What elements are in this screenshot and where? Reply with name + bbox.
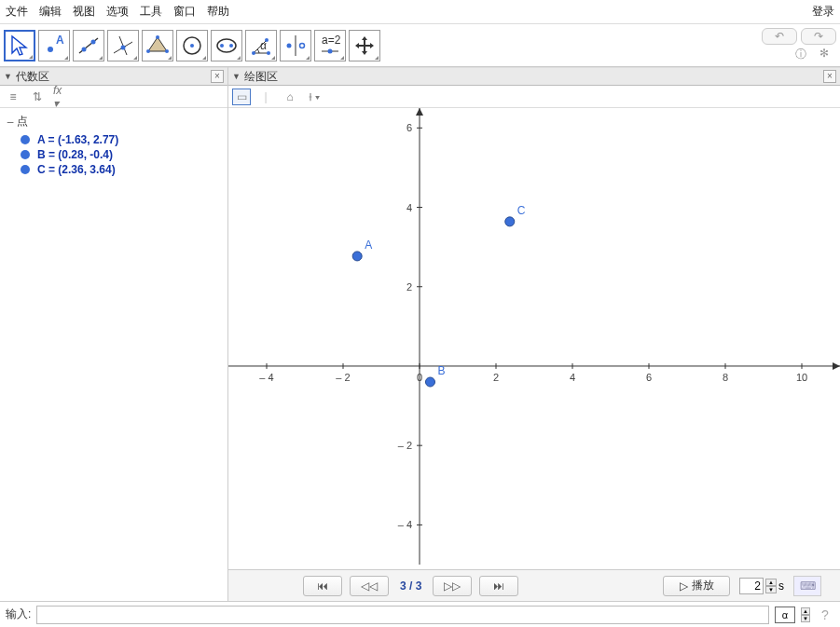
svg-text:a=2: a=2 bbox=[322, 34, 341, 47]
svg-text:A: A bbox=[56, 34, 64, 47]
menu-edit[interactable]: 编辑 bbox=[39, 4, 62, 20]
playback-speed-input[interactable] bbox=[739, 578, 764, 594]
graph-snap-icon[interactable]: ⫲ ▾ bbox=[305, 89, 324, 105]
svg-point-57 bbox=[352, 252, 362, 261]
undo-button[interactable]: ↶ bbox=[762, 28, 797, 45]
tool-slider[interactable]: a=2 bbox=[314, 30, 346, 61]
tree-item-label: A = (-1.63, 2.77) bbox=[37, 133, 118, 146]
svg-text:α: α bbox=[260, 39, 267, 52]
menu-file[interactable]: 文件 bbox=[6, 4, 28, 20]
svg-text:B: B bbox=[437, 364, 445, 377]
playback-keyboard-icon[interactable]: ⌨ bbox=[793, 576, 821, 596]
svg-text:2: 2 bbox=[406, 281, 412, 293]
svg-point-7 bbox=[121, 45, 126, 49]
svg-point-61 bbox=[505, 217, 515, 226]
collapse-icon[interactable]: ▼ bbox=[4, 72, 12, 81]
playback-counter: 3 / 3 bbox=[396, 579, 425, 593]
menu-tools[interactable]: 工具 bbox=[140, 4, 162, 20]
tool-circle[interactable] bbox=[176, 30, 208, 61]
svg-point-3 bbox=[82, 47, 87, 51]
algebra-list-icon[interactable]: ≡ bbox=[4, 89, 22, 105]
algebra-panel: ▼ 代数区 × ≡ ⇅ fx ▾ – 点 A = (-1.63, 2.77) B… bbox=[0, 67, 228, 601]
svg-text:4: 4 bbox=[406, 202, 412, 213]
svg-text:C: C bbox=[517, 204, 526, 217]
svg-text:– 2: – 2 bbox=[398, 440, 412, 451]
command-input[interactable] bbox=[36, 606, 769, 624]
algebra-fx-icon[interactable]: fx ▾ bbox=[52, 89, 71, 105]
playback-first-button[interactable]: ⏮ bbox=[303, 576, 342, 596]
toolbar-right-controls: ↶ ↷ ⓘ ✻ bbox=[762, 28, 836, 62]
playback-last-button[interactable]: ⏭ bbox=[479, 576, 518, 596]
svg-line-2 bbox=[79, 38, 98, 53]
help-icon[interactable]: ⓘ bbox=[795, 47, 806, 62]
svg-marker-29 bbox=[833, 362, 840, 370]
svg-text:8: 8 bbox=[723, 372, 728, 383]
svg-point-59 bbox=[425, 377, 434, 387]
tool-move[interactable] bbox=[4, 30, 35, 61]
algebra-sort-icon[interactable]: ⇅ bbox=[28, 89, 47, 105]
svg-point-16 bbox=[229, 44, 233, 48]
graph-home-icon[interactable]: ⌂ bbox=[281, 89, 299, 105]
settings-icon[interactable]: ✻ bbox=[819, 47, 829, 62]
menu-options[interactable]: 选项 bbox=[106, 4, 129, 20]
input-help-icon[interactable]: ? bbox=[816, 606, 834, 624]
playback-next-button[interactable]: ▷▷ bbox=[433, 576, 472, 596]
graph-panel-close[interactable]: × bbox=[823, 70, 836, 83]
svg-point-10 bbox=[165, 49, 169, 53]
algebra-panel-close[interactable]: × bbox=[211, 70, 224, 83]
menu-window[interactable]: 窗口 bbox=[173, 4, 196, 20]
graph-toolbar: ▭ | ⌂ ⫲ ▾ bbox=[228, 86, 840, 108]
redo-button[interactable]: ↷ bbox=[801, 28, 836, 45]
svg-point-26 bbox=[328, 48, 333, 53]
playback-bar: ⏮ ◁◁ 3 / 3 ▷▷ ⏭ ▷ 播放 ▲ ▼ s ⌨ bbox=[228, 569, 840, 601]
menu-help[interactable]: 帮助 bbox=[207, 4, 229, 20]
speed-down-button[interactable]: ▼ bbox=[765, 586, 777, 593]
point-bullet-icon[interactable] bbox=[21, 165, 30, 174]
graph-canvas[interactable]: – 4– 20246810– 4– 2246ABC bbox=[228, 108, 840, 569]
input-label: 输入: bbox=[6, 607, 31, 622]
input-history-up[interactable]: ▲ bbox=[801, 607, 810, 615]
tool-ellipse[interactable] bbox=[211, 30, 242, 61]
tool-line[interactable] bbox=[73, 30, 104, 61]
algebra-panel-title: 代数区 bbox=[16, 69, 211, 85]
svg-point-11 bbox=[146, 49, 150, 53]
svg-marker-8 bbox=[148, 37, 167, 51]
tree-collapse-icon[interactable]: – bbox=[6, 116, 15, 129]
login-link[interactable]: 登录 bbox=[812, 4, 834, 20]
tool-angle[interactable]: α bbox=[245, 30, 277, 61]
play-icon: ▷ bbox=[680, 579, 688, 593]
play-label: 播放 bbox=[692, 578, 714, 593]
svg-point-13 bbox=[190, 44, 194, 48]
menu-view[interactable]: 视图 bbox=[73, 4, 95, 20]
svg-text:– 4: – 4 bbox=[398, 519, 412, 530]
tree-item-label: B = (0.28, -0.4) bbox=[37, 148, 113, 161]
algebra-toolbar: ≡ ⇅ fx ▾ bbox=[0, 86, 227, 108]
algebra-panel-header: ▼ 代数区 × bbox=[0, 67, 227, 86]
svg-text:4: 4 bbox=[570, 372, 575, 383]
tool-move-view[interactable] bbox=[349, 30, 380, 61]
point-bullet-icon[interactable] bbox=[21, 135, 30, 144]
svg-point-4 bbox=[91, 39, 96, 44]
svg-point-18 bbox=[267, 51, 270, 55]
input-history-down[interactable]: ▼ bbox=[801, 615, 810, 622]
main-area: ▼ 代数区 × ≡ ⇅ fx ▾ – 点 A = (-1.63, 2.77) B… bbox=[0, 67, 840, 601]
tool-reflect[interactable] bbox=[280, 30, 311, 61]
speed-up-button[interactable]: ▲ bbox=[765, 579, 777, 586]
playback-prev-button[interactable]: ◁◁ bbox=[350, 576, 389, 596]
point-bullet-icon[interactable] bbox=[21, 150, 30, 159]
tree-item-c[interactable]: C = (2.36, 3.64) bbox=[21, 163, 222, 176]
tree-item-b[interactable]: B = (0.28, -0.4) bbox=[21, 148, 222, 161]
tool-point[interactable]: A bbox=[38, 30, 70, 61]
tree-category-points[interactable]: – 点 bbox=[6, 114, 222, 129]
graph-axes-icon[interactable]: ▭ bbox=[232, 89, 251, 105]
tree-item-a[interactable]: A = (-1.63, 2.77) bbox=[21, 133, 222, 146]
algebra-tree: – 点 A = (-1.63, 2.77) B = (0.28, -0.4) C… bbox=[0, 108, 227, 184]
tool-polygon[interactable] bbox=[142, 30, 173, 61]
collapse-icon[interactable]: ▼ bbox=[232, 72, 241, 81]
playback-speed: ▲ ▼ s bbox=[739, 578, 784, 594]
playback-play-button[interactable]: ▷ 播放 bbox=[663, 576, 730, 596]
svg-text:– 2: – 2 bbox=[336, 372, 350, 383]
alpha-button[interactable]: α bbox=[775, 607, 795, 623]
tool-perpendicular[interactable] bbox=[107, 30, 139, 61]
svg-point-0 bbox=[48, 47, 53, 52]
